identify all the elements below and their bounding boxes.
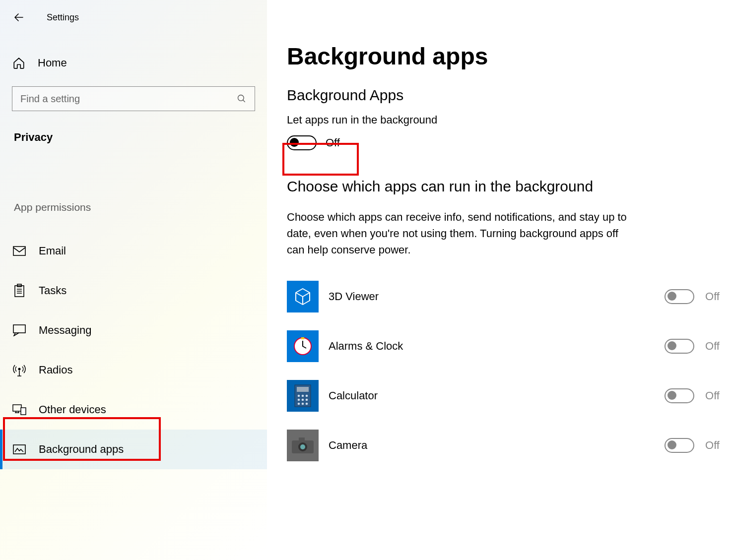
svg-point-16	[306, 395, 308, 397]
master-toggle-state: Off	[326, 136, 340, 149]
search-icon	[237, 94, 247, 104]
sidebar-item-other-devices[interactable]: Other devices	[0, 390, 267, 430]
svg-point-17	[298, 399, 300, 401]
home-icon	[12, 56, 26, 70]
sidebar-item-label: Background apps	[39, 443, 124, 456]
sidebar-item-label: Email	[39, 245, 66, 257]
sidebar-item-email[interactable]: Email	[0, 231, 267, 271]
other-devices-icon	[12, 402, 27, 417]
svg-point-18	[302, 399, 304, 401]
svg-point-19	[306, 399, 308, 401]
app-row-calculator: Calculator Off	[287, 371, 724, 421]
section-title: Background Apps	[287, 87, 724, 104]
home-label: Home	[38, 57, 67, 69]
subcategory-label: App permissions	[14, 201, 267, 213]
app-row-3d-viewer: 3D Viewer Off	[287, 272, 724, 321]
svg-point-15	[302, 395, 304, 397]
master-toggle[interactable]	[287, 135, 317, 150]
calculator-icon	[287, 380, 319, 412]
sidebar-item-label: Tasks	[39, 284, 67, 297]
nav-list: Email Tasks Messaging Radios Other devic…	[0, 231, 267, 469]
sidebar-item-tasks[interactable]: Tasks	[0, 271, 267, 311]
svg-point-26	[300, 444, 305, 449]
sidebar-item-label: Radios	[39, 364, 72, 376]
svg-rect-11	[301, 337, 304, 339]
app-row-alarms-clock: Alarms & Clock Off	[287, 321, 724, 371]
svg-rect-7	[21, 408, 26, 415]
search-box[interactable]	[12, 86, 255, 111]
app-name: Calculator	[329, 389, 492, 402]
sidebar-item-radios[interactable]: Radios	[0, 350, 267, 390]
svg-point-14	[298, 395, 300, 397]
page-title: Background apps	[287, 43, 724, 70]
svg-point-22	[306, 403, 308, 405]
app-toggle-calculator[interactable]	[665, 388, 694, 403]
svg-point-20	[298, 403, 300, 405]
window-title: Settings	[47, 12, 79, 23]
svg-rect-13	[297, 387, 309, 392]
app-name: Camera	[329, 439, 492, 452]
app-toggle-state: Off	[705, 439, 720, 452]
sidebar-item-messaging[interactable]: Messaging	[0, 311, 267, 350]
back-icon[interactable]	[12, 10, 26, 24]
camera-icon	[287, 430, 319, 461]
sidebar-item-home[interactable]: Home	[0, 52, 267, 74]
sidebar-item-label: Other devices	[39, 403, 106, 416]
svg-rect-24	[299, 437, 305, 441]
app-toggle-camera[interactable]	[665, 438, 694, 453]
messaging-icon	[12, 323, 27, 338]
tasks-icon	[12, 283, 27, 298]
svg-rect-1	[13, 247, 25, 255]
choose-description: Choose which apps can receive info, send…	[287, 209, 724, 258]
cube-icon	[287, 281, 319, 312]
app-name: 3D Viewer	[329, 290, 492, 303]
clock-icon	[287, 330, 319, 362]
app-toggle-state: Off	[705, 389, 720, 402]
app-list: 3D Viewer Off Alarms & Clock Off Calcula…	[287, 272, 724, 470]
search-input[interactable]	[20, 93, 237, 105]
sidebar: Settings Home Privacy App permissions Em…	[0, 0, 267, 560]
email-icon	[12, 244, 27, 258]
app-toggle-3d-viewer[interactable]	[665, 289, 694, 304]
app-toggle-state: Off	[705, 340, 720, 353]
sidebar-item-label: Messaging	[39, 324, 91, 337]
main-content: Background apps Background Apps Let apps…	[287, 0, 724, 470]
radios-icon	[12, 363, 27, 377]
svg-rect-4	[13, 325, 25, 333]
svg-point-5	[18, 368, 21, 371]
svg-rect-6	[13, 405, 21, 411]
svg-rect-8	[13, 445, 25, 454]
app-toggle-state: Off	[705, 290, 720, 303]
category-label: Privacy	[14, 131, 267, 144]
choose-heading: Choose which apps can run in the backgro…	[287, 178, 724, 195]
background-apps-icon	[12, 442, 27, 457]
app-row-camera: Camera Off	[287, 421, 724, 470]
app-toggle-alarms-clock[interactable]	[665, 339, 694, 354]
svg-point-0	[238, 95, 244, 101]
app-name: Alarms & Clock	[329, 340, 492, 353]
svg-point-21	[302, 403, 304, 405]
sidebar-item-background-apps[interactable]: Background apps	[0, 430, 267, 469]
master-toggle-label: Let apps run in the background	[287, 114, 724, 126]
